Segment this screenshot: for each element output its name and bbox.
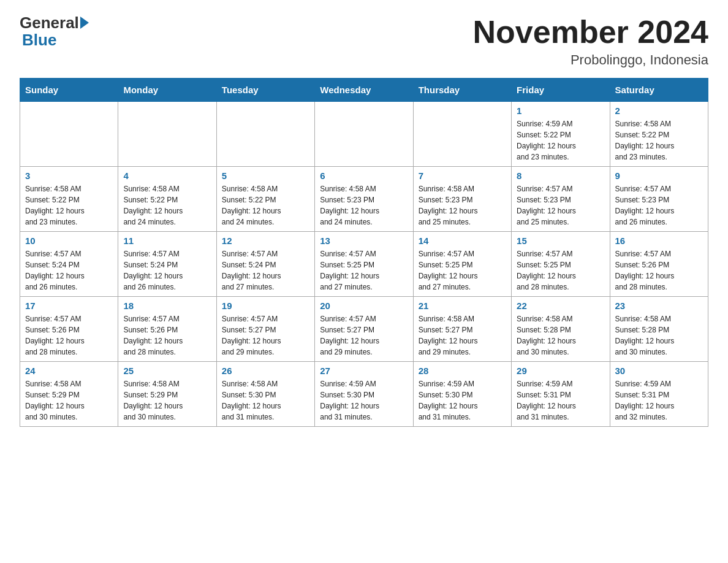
day-info: Sunrise: 4:58 AM Sunset: 5:30 PM Dayligh… [222,378,309,423]
page-header: General Blue November 2024 Probolinggo, … [20,15,708,68]
day-info: Sunrise: 4:58 AM Sunset: 5:27 PM Dayligh… [419,313,506,358]
calendar-cell: 11Sunrise: 4:57 AM Sunset: 5:24 PM Dayli… [118,232,216,297]
day-info: Sunrise: 4:58 AM Sunset: 5:29 PM Dayligh… [123,378,211,423]
day-info: Sunrise: 4:57 AM Sunset: 5:23 PM Dayligh… [615,183,703,228]
day-number: 2 [615,105,703,116]
day-of-week-header: Tuesday [216,79,314,102]
calendar-cell: 30Sunrise: 4:59 AM Sunset: 5:31 PM Dayli… [610,362,708,427]
day-number: 15 [517,236,604,246]
calendar-cell: 7Sunrise: 4:58 AM Sunset: 5:23 PM Daylig… [413,167,511,232]
calendar-cell: 6Sunrise: 4:58 AM Sunset: 5:23 PM Daylig… [315,167,413,232]
header-right: November 2024 Probolinggo, Indonesia [473,15,708,68]
day-info: Sunrise: 4:58 AM Sunset: 5:28 PM Dayligh… [517,313,604,358]
calendar-cell: 2Sunrise: 4:58 AM Sunset: 5:22 PM Daylig… [610,102,708,167]
week-row: 3Sunrise: 4:58 AM Sunset: 5:22 PM Daylig… [20,167,708,232]
day-info: Sunrise: 4:57 AM Sunset: 5:24 PM Dayligh… [123,248,211,293]
day-info: Sunrise: 4:58 AM Sunset: 5:23 PM Dayligh… [419,183,506,228]
calendar-cell: 24Sunrise: 4:58 AM Sunset: 5:29 PM Dayli… [20,362,118,427]
day-of-week-header: Friday [512,79,610,102]
day-info: Sunrise: 4:57 AM Sunset: 5:27 PM Dayligh… [320,313,408,358]
calendar-cell: 8Sunrise: 4:57 AM Sunset: 5:23 PM Daylig… [512,167,610,232]
location-label: Probolinggo, Indonesia [473,52,708,68]
day-info: Sunrise: 4:58 AM Sunset: 5:28 PM Dayligh… [615,313,703,358]
logo-arrow-icon [80,17,89,29]
day-info: Sunrise: 4:59 AM Sunset: 5:31 PM Dayligh… [615,378,703,423]
calendar-cell: 10Sunrise: 4:57 AM Sunset: 5:24 PM Dayli… [20,232,118,297]
day-number: 7 [419,170,506,181]
day-number: 25 [123,366,211,376]
day-number: 6 [320,170,408,181]
day-number: 22 [517,301,604,311]
day-info: Sunrise: 4:57 AM Sunset: 5:23 PM Dayligh… [517,183,604,228]
week-row: 17Sunrise: 4:57 AM Sunset: 5:26 PM Dayli… [20,297,708,362]
month-title: November 2024 [473,15,708,50]
day-info: Sunrise: 4:59 AM Sunset: 5:22 PM Dayligh… [517,118,604,163]
calendar-cell [118,102,216,167]
calendar-cell: 13Sunrise: 4:57 AM Sunset: 5:25 PM Dayli… [315,232,413,297]
day-info: Sunrise: 4:57 AM Sunset: 5:25 PM Dayligh… [517,248,604,293]
calendar-cell: 17Sunrise: 4:57 AM Sunset: 5:26 PM Dayli… [20,297,118,362]
day-number: 21 [419,301,506,311]
week-row: 10Sunrise: 4:57 AM Sunset: 5:24 PM Dayli… [20,232,708,297]
calendar-cell [216,102,314,167]
day-info: Sunrise: 4:58 AM Sunset: 5:22 PM Dayligh… [222,183,309,228]
calendar-cell: 12Sunrise: 4:57 AM Sunset: 5:24 PM Dayli… [216,232,314,297]
day-of-week-header: Sunday [20,79,118,102]
calendar-cell: 23Sunrise: 4:58 AM Sunset: 5:28 PM Dayli… [610,297,708,362]
day-info: Sunrise: 4:57 AM Sunset: 5:25 PM Dayligh… [419,248,506,293]
day-info: Sunrise: 4:58 AM Sunset: 5:29 PM Dayligh… [25,378,113,423]
day-number: 24 [25,366,113,376]
logo-blue-text: Blue [22,31,56,50]
calendar-cell: 19Sunrise: 4:57 AM Sunset: 5:27 PM Dayli… [216,297,314,362]
calendar-cell: 14Sunrise: 4:57 AM Sunset: 5:25 PM Dayli… [413,232,511,297]
day-info: Sunrise: 4:57 AM Sunset: 5:26 PM Dayligh… [25,313,113,358]
day-number: 23 [615,301,703,311]
calendar-cell: 22Sunrise: 4:58 AM Sunset: 5:28 PM Dayli… [512,297,610,362]
day-info: Sunrise: 4:58 AM Sunset: 5:22 PM Dayligh… [615,118,703,163]
calendar-cell: 27Sunrise: 4:59 AM Sunset: 5:30 PM Dayli… [315,362,413,427]
day-number: 10 [25,236,113,246]
day-info: Sunrise: 4:58 AM Sunset: 5:23 PM Dayligh… [320,183,408,228]
day-of-week-header: Saturday [610,79,708,102]
calendar-cell: 26Sunrise: 4:58 AM Sunset: 5:30 PM Dayli… [216,362,314,427]
day-number: 5 [222,170,309,181]
calendar-cell: 1Sunrise: 4:59 AM Sunset: 5:22 PM Daylig… [512,102,610,167]
logo-general-text: General [20,15,79,31]
calendar-cell: 18Sunrise: 4:57 AM Sunset: 5:26 PM Dayli… [118,297,216,362]
day-number: 13 [320,236,408,246]
day-info: Sunrise: 4:57 AM Sunset: 5:26 PM Dayligh… [123,313,211,358]
day-number: 14 [419,236,506,246]
day-info: Sunrise: 4:58 AM Sunset: 5:22 PM Dayligh… [25,183,113,228]
calendar-cell: 20Sunrise: 4:57 AM Sunset: 5:27 PM Dayli… [315,297,413,362]
day-number: 18 [123,301,211,311]
logo: General Blue [20,15,89,50]
calendar-cell [20,102,118,167]
day-info: Sunrise: 4:59 AM Sunset: 5:30 PM Dayligh… [419,378,506,423]
calendar-cell: 28Sunrise: 4:59 AM Sunset: 5:30 PM Dayli… [413,362,511,427]
week-row: 1Sunrise: 4:59 AM Sunset: 5:22 PM Daylig… [20,102,708,167]
week-row: 24Sunrise: 4:58 AM Sunset: 5:29 PM Dayli… [20,362,708,427]
day-number: 12 [222,236,309,246]
day-number: 11 [123,236,211,246]
day-info: Sunrise: 4:57 AM Sunset: 5:24 PM Dayligh… [222,248,309,293]
calendar-header-row: SundayMondayTuesdayWednesdayThursdayFrid… [20,79,708,102]
calendar-cell [413,102,511,167]
calendar-cell [315,102,413,167]
day-number: 27 [320,366,408,376]
calendar-cell: 15Sunrise: 4:57 AM Sunset: 5:25 PM Dayli… [512,232,610,297]
calendar-cell: 29Sunrise: 4:59 AM Sunset: 5:31 PM Dayli… [512,362,610,427]
calendar-cell: 21Sunrise: 4:58 AM Sunset: 5:27 PM Dayli… [413,297,511,362]
calendar-cell: 5Sunrise: 4:58 AM Sunset: 5:22 PM Daylig… [216,167,314,232]
day-number: 17 [25,301,113,311]
day-number: 9 [615,170,703,181]
day-of-week-header: Monday [118,79,216,102]
day-number: 29 [517,366,604,376]
calendar-table: SundayMondayTuesdayWednesdayThursdayFrid… [20,78,708,427]
calendar-cell: 3Sunrise: 4:58 AM Sunset: 5:22 PM Daylig… [20,167,118,232]
calendar-cell: 9Sunrise: 4:57 AM Sunset: 5:23 PM Daylig… [610,167,708,232]
day-number: 4 [123,170,211,181]
day-info: Sunrise: 4:57 AM Sunset: 5:27 PM Dayligh… [222,313,309,358]
day-number: 28 [419,366,506,376]
day-number: 16 [615,236,703,246]
day-info: Sunrise: 4:59 AM Sunset: 5:30 PM Dayligh… [320,378,408,423]
